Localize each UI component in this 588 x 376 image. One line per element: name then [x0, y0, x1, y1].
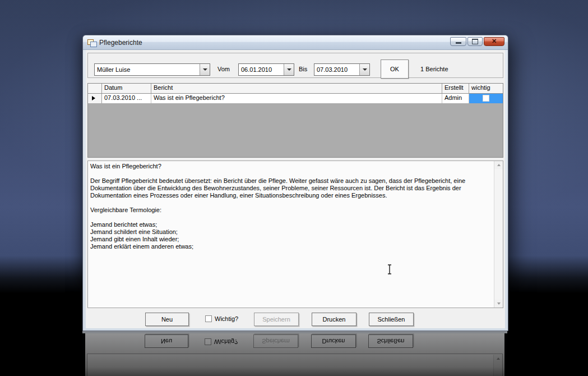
resident-combobox[interactable]: Müller Luise	[94, 63, 210, 76]
window-titlebar[interactable]: Pflegeberichte ✕	[83, 35, 508, 50]
chevron-down-icon[interactable]	[200, 64, 210, 75]
filter-panel: Müller Luise Vom 06.01.2010 Bis 07.03.20…	[87, 53, 503, 78]
row-header-corner	[88, 84, 102, 93]
column-header-wichtig[interactable]: wichtig	[469, 84, 503, 93]
grid-header-row: Datum Bericht Erstellt wichtig	[88, 84, 503, 94]
ibeam-cursor-icon	[387, 264, 392, 274]
speichern-button[interactable]: Speichern	[254, 313, 299, 326]
column-header-bericht[interactable]: Bericht	[151, 84, 442, 93]
minimize-icon	[456, 42, 461, 44]
wichtig-checkbox[interactable]: Wichtig?	[205, 315, 238, 322]
neu-button[interactable]: Neu	[145, 313, 189, 326]
close-icon: ✕	[492, 38, 497, 44]
wichtig-checkbox-label: Wichtig?	[215, 315, 238, 322]
to-date-value: 07.03.2010	[314, 66, 359, 73]
dropdown-arrow-icon	[203, 68, 207, 71]
table-row[interactable]: 07.03.2010 ... Was ist ein Pflegebericht…	[88, 94, 503, 104]
cell-datum[interactable]: 07.03.2010 ...	[102, 94, 151, 103]
pflegeberichte-window: Pflegeberichte ✕ Müller Luise Vom 06.01.…	[82, 35, 508, 331]
checkbox-icon	[483, 95, 489, 102]
row-header-cell	[88, 94, 102, 103]
scroll-down-button[interactable]	[494, 300, 503, 308]
maximize-button[interactable]	[467, 37, 483, 46]
reports-grid[interactable]: Datum Bericht Erstellt wichtig 07.03.201…	[87, 83, 503, 158]
column-header-erstellt[interactable]: Erstellt	[442, 84, 469, 93]
checkbox-icon[interactable]	[205, 315, 212, 322]
drucken-button[interactable]: Drucken	[312, 313, 356, 326]
client-area: Müller Luise Vom 06.01.2010 Bis 07.03.20…	[86, 50, 505, 328]
cell-erstellt[interactable]: Admin	[442, 94, 469, 103]
resident-combobox-value: Müller Luise	[95, 66, 200, 73]
report-count-label: 1 Berichte	[420, 66, 448, 72]
current-row-arrow-icon	[92, 96, 95, 100]
window-reflection: Neu Wichtig? Speichern Drucken Schließen	[82, 331, 507, 376]
column-header-datum[interactable]: Datum	[102, 84, 151, 93]
vom-label: Vom	[217, 66, 230, 72]
to-date-picker[interactable]: 07.03.2010	[314, 63, 370, 76]
chevron-down-icon[interactable]	[284, 64, 294, 75]
caption-buttons: ✕	[450, 37, 504, 46]
chevron-down-icon[interactable]	[359, 64, 369, 75]
schliessen-button[interactable]: Schließen	[369, 313, 414, 326]
scroll-up-button[interactable]	[494, 161, 503, 169]
bis-label: Bis	[299, 66, 307, 72]
from-date-value: 06.01.2010	[239, 66, 284, 73]
cell-wichtig-checkbox[interactable]	[469, 94, 503, 103]
scroll-up-icon	[497, 164, 501, 166]
cell-bericht[interactable]: Was ist ein Pflegebericht?	[151, 94, 442, 103]
reflection-fade-overlay	[82, 331, 507, 376]
scroll-down-icon	[497, 302, 501, 305]
ok-button[interactable]: OK	[381, 59, 409, 79]
from-date-picker[interactable]: 06.01.2010	[238, 63, 294, 76]
dropdown-arrow-icon	[363, 68, 367, 71]
window-title: Pflegeberichte	[99, 39, 142, 47]
close-button[interactable]: ✕	[484, 37, 504, 46]
app-icon	[87, 38, 96, 47]
vertical-scrollbar[interactable]	[494, 161, 503, 308]
report-text: Was ist ein Pflegebericht? Der Begriff P…	[88, 162, 494, 307]
dropdown-arrow-icon	[287, 68, 291, 71]
minimize-button[interactable]	[450, 37, 466, 46]
maximize-icon	[472, 39, 478, 44]
report-textarea[interactable]: Was ist ein Pflegebericht? Der Begriff P…	[87, 161, 503, 308]
